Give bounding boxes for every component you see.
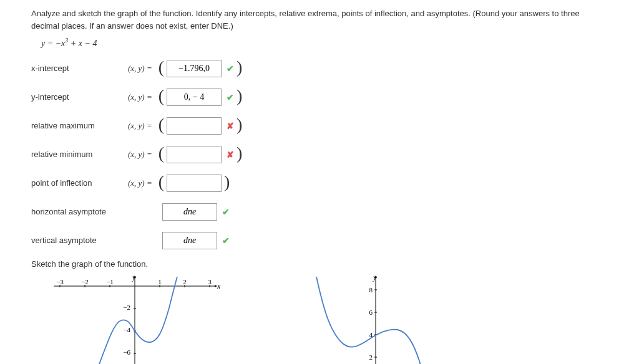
graph-2-svg: y x −3 −2 −1 1 2 3 2 <box>288 274 463 364</box>
svg-text:2: 2 <box>369 353 373 361</box>
svg-text:8: 8 <box>369 286 373 294</box>
y-intercept-input[interactable] <box>167 89 222 106</box>
point-of-inflection-input[interactable] <box>167 175 222 192</box>
row-point-of-inflection: point of inflection (x, y) = ( ) <box>31 173 608 193</box>
xy-equals: (x, y) = <box>128 178 152 188</box>
vertical-asymptote-input[interactable] <box>162 232 217 249</box>
check-icon: ✔ <box>227 64 234 74</box>
graph-option-2: y x −3 −2 −1 1 2 3 2 <box>272 274 463 364</box>
graphs-row: y x −3 −2 −1 1 2 3 −2 <box>31 274 608 364</box>
cross-icon: ✘ <box>227 121 234 131</box>
row-horizontal-asymptote: horizontal asymptote ✔ <box>31 202 608 222</box>
svg-text:1: 1 <box>158 278 162 285</box>
relative-minimum-label: relative minimum <box>31 150 128 159</box>
cross-icon: ✘ <box>227 150 234 160</box>
x-intercept-label: x-intercept <box>31 64 128 73</box>
horizontal-asymptote-input[interactable] <box>162 203 217 221</box>
svg-text:y: y <box>373 274 377 282</box>
graph-option-1: y x −3 −2 −1 1 2 3 −2 <box>31 274 222 364</box>
xy-equals: (x, y) = <box>128 121 152 131</box>
svg-text:3: 3 <box>208 278 212 285</box>
vertical-asymptote-label: vertical asymptote <box>31 236 162 245</box>
graph-1-svg: y x −3 −2 −1 1 2 3 −2 <box>47 274 222 364</box>
svg-text:y: y <box>132 274 136 282</box>
svg-text:−3: −3 <box>56 278 64 285</box>
x-intercept-input[interactable] <box>167 60 222 77</box>
relative-maximum-input[interactable] <box>167 117 222 135</box>
svg-text:−1: −1 <box>106 278 114 285</box>
point-of-inflection-label: point of inflection <box>31 178 128 188</box>
question-text: Analyze and sketch the graph of the func… <box>31 7 608 32</box>
horizontal-asymptote-label: horizontal asymptote <box>31 207 162 216</box>
function-equation: y = −x3 + x − 4 <box>41 37 608 49</box>
svg-text:−4: −4 <box>123 326 130 333</box>
row-relative-maximum: relative maximum (x, y) = ( ✘ ) <box>31 116 608 136</box>
relative-minimum-input[interactable] <box>167 146 222 163</box>
row-y-intercept: y-intercept (x, y) = ( ✔ ) <box>31 87 608 107</box>
check-icon: ✔ <box>222 207 230 217</box>
xy-equals: (x, y) = <box>128 150 152 160</box>
svg-text:−2: −2 <box>81 278 89 285</box>
row-relative-minimum: relative minimum (x, y) = ( ✘ ) <box>31 145 608 165</box>
svg-text:6: 6 <box>369 309 373 316</box>
xy-equals: (x, y) = <box>128 64 152 74</box>
xy-equals: (x, y) = <box>128 92 152 102</box>
svg-text:−2: −2 <box>123 304 130 311</box>
row-vertical-asymptote: vertical asymptote ✔ <box>31 231 608 251</box>
row-x-intercept: x-intercept (x, y) = ( ✔ ) <box>31 59 608 79</box>
check-icon: ✔ <box>227 92 234 102</box>
y-intercept-label: y-intercept <box>31 92 128 102</box>
sketch-label: Sketch the graph of the function. <box>31 259 608 269</box>
relative-maximum-label: relative maximum <box>31 121 128 130</box>
svg-text:−6: −6 <box>123 348 130 356</box>
svg-text:2: 2 <box>183 278 187 285</box>
check-icon: ✔ <box>222 236 230 246</box>
svg-text:x: x <box>217 282 221 290</box>
